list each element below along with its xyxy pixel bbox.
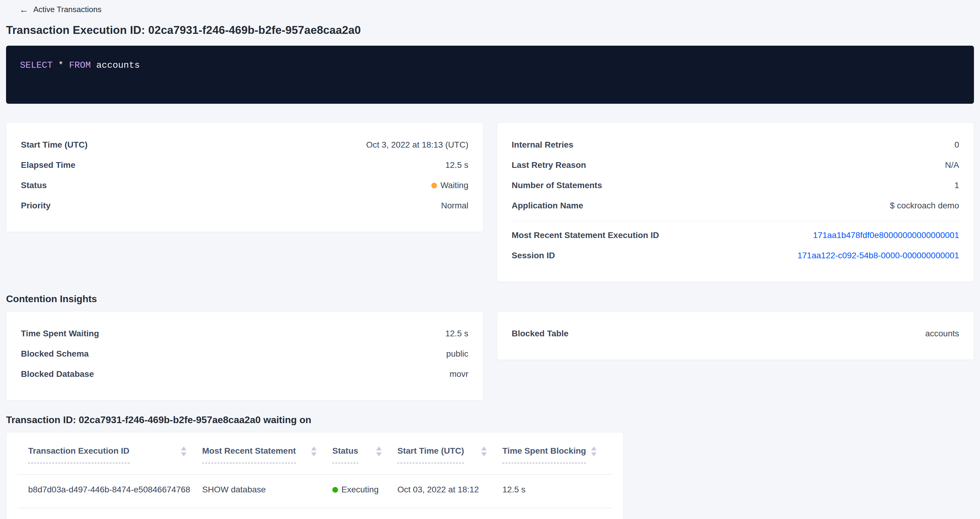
sort-icon[interactable] [311, 446, 317, 456]
sort-down-arrow-icon [481, 452, 487, 456]
kv-value: accounts [925, 329, 959, 338]
kv-row-elapsed-time: Elapsed Time 12.5 s [21, 155, 469, 175]
kv-label: Start Time (UTC) [21, 140, 88, 150]
kv-row-application-name: Application Name $ cockroach demo [512, 196, 959, 216]
status-text: Executing [341, 485, 379, 494]
kv-value: 0 [954, 140, 959, 150]
kv-row-blocked-schema: Blocked Schema public [21, 344, 469, 364]
kv-value: Normal [441, 201, 468, 211]
column-header-label[interactable]: Status [332, 446, 358, 463]
kv-label: Internal Retries [512, 140, 574, 150]
kv-value: public [446, 349, 468, 359]
kv-row-time-spent-waiting: Time Spent Waiting 12.5 s [21, 324, 469, 344]
waiting-transactions-table: Transaction Execution ID Most Recent Sta… [17, 433, 612, 508]
back-link-label: Active Transactions [33, 5, 102, 14]
sort-icon[interactable] [591, 446, 597, 456]
kv-value: $ cockroach demo [890, 201, 959, 211]
transaction-details-page: ← Active Transactions Transaction Execut… [0, 0, 980, 519]
sort-up-arrow-icon [181, 446, 186, 450]
kv-label: Session ID [512, 251, 555, 260]
kv-label: Blocked Database [21, 369, 94, 379]
column-header-label[interactable]: Start Time (UTC) [398, 446, 464, 463]
waiting-transactions-table-card: Transaction Execution ID Most Recent Sta… [6, 432, 624, 519]
sql-statement: SELECT * FROM accounts [20, 60, 140, 70]
kv-label: Priority [21, 201, 51, 211]
kv-label: Blocked Schema [21, 349, 89, 359]
kv-label: Number of Statements [512, 181, 602, 190]
kv-row-priority: Priority Normal [21, 196, 469, 216]
sort-up-arrow-icon [481, 446, 487, 450]
table-row: b8d7d03a-d497-446b-8474-e50846674768 SHO… [17, 475, 612, 508]
kv-row-session-id: Session ID 171aa122-c092-54b8-0000-00000… [512, 246, 959, 266]
status-value: Waiting [431, 181, 468, 190]
sql-statement-box: SELECT * FROM accounts [6, 46, 974, 104]
cell-start-time: Oct 03, 2022 at 18:12 [398, 475, 503, 508]
contention-cards-row: Time Spent Waiting 12.5 s Blocked Schema… [6, 311, 974, 400]
kv-value: movr [449, 369, 468, 379]
kv-row-number-of-statements: Number of Statements 1 [512, 175, 959, 196]
kv-row-internal-retries: Internal Retries 0 [512, 135, 959, 155]
status-text: Waiting [441, 181, 468, 190]
kv-label: Blocked Table [512, 329, 569, 338]
sort-down-arrow-icon [591, 452, 597, 456]
kv-label: Last Retry Reason [512, 160, 586, 170]
kv-value: 1 [954, 181, 959, 190]
kv-label: Status [21, 181, 47, 190]
kv-row-status: Status Waiting [21, 175, 469, 196]
sort-icon[interactable] [376, 446, 382, 456]
kv-row-start-time: Start Time (UTC) Oct 3, 2022 at 18:13 (U… [21, 135, 469, 155]
column-header-transaction-execution-id[interactable]: Transaction Execution ID [17, 446, 202, 474]
sort-up-arrow-icon [311, 446, 317, 450]
kv-value: 12.5 s [445, 160, 468, 170]
status-executing-dot-icon [332, 487, 338, 493]
kv-label: Application Name [512, 201, 583, 211]
kv-label: Most Recent Statement Execution ID [512, 230, 659, 240]
cell-status: Executing [332, 475, 398, 508]
contention-insights-heading: Contention Insights [6, 294, 974, 305]
column-header-start-time[interactable]: Start Time (UTC) [398, 446, 503, 474]
overview-summary-card: Start Time (UTC) Oct 3, 2022 at 18:13 (U… [6, 122, 483, 232]
sql-text: accounts [91, 60, 140, 70]
kv-label: Time Spent Waiting [21, 329, 99, 338]
cell-transaction-execution-id: b8d7d03a-d497-446b-8474-e50846674768 [17, 475, 202, 508]
table-header-row: Transaction Execution ID Most Recent Sta… [17, 433, 612, 475]
kv-row-blocked-table: Blocked Table accounts [512, 324, 959, 344]
sql-keyword: FROM [69, 60, 91, 70]
kv-row-statement-execution-id: Most Recent Statement Execution ID 171aa… [512, 225, 959, 246]
sort-up-arrow-icon [376, 446, 382, 450]
contention-blocked-table-card: Blocked Table accounts [497, 311, 974, 360]
sort-up-arrow-icon [591, 446, 597, 450]
cell-time-spent-blocking: 12.5 s [503, 475, 612, 508]
kv-label: Elapsed Time [21, 160, 75, 170]
column-header-label[interactable]: Time Spent Blocking [503, 446, 586, 463]
sort-down-arrow-icon [311, 452, 317, 456]
overview-details-card: Internal Retries 0 Last Retry Reason N/A… [497, 122, 974, 282]
cell-most-recent-statement: SHOW database [202, 475, 332, 508]
kv-row-blocked-database: Blocked Database movr [21, 364, 469, 384]
back-link[interactable]: ← Active Transactions [19, 5, 102, 14]
overview-cards-row: Start Time (UTC) Oct 3, 2022 at 18:13 (U… [6, 122, 974, 282]
kv-value: N/A [945, 160, 959, 170]
sql-keyword: SELECT [20, 60, 52, 70]
sort-down-arrow-icon [181, 452, 186, 456]
sql-text: * [52, 60, 69, 70]
column-header-status[interactable]: Status [332, 446, 398, 474]
sort-icon[interactable] [181, 446, 186, 456]
column-header-label[interactable]: Transaction Execution ID [28, 446, 129, 463]
waiting-on-heading: Transaction ID: 02ca7931-f246-469b-b2fe-… [6, 414, 974, 425]
kv-row-last-retry-reason: Last Retry Reason N/A [512, 155, 959, 175]
page-title: Transaction Execution ID: 02ca7931-f246-… [6, 24, 974, 37]
column-header-label[interactable]: Most Recent Statement [202, 446, 296, 463]
status-waiting-dot-icon [431, 183, 437, 189]
contention-waiting-card: Time Spent Waiting 12.5 s Blocked Schema… [6, 311, 483, 400]
back-arrow-icon: ← [19, 5, 29, 14]
statement-execution-id-link[interactable]: 171aa1b478fdf0e80000000000000001 [813, 230, 959, 240]
column-header-most-recent-statement[interactable]: Most Recent Statement [202, 446, 332, 474]
sort-down-arrow-icon [376, 452, 382, 456]
session-id-link[interactable]: 171aa122-c092-54b8-0000-000000000001 [797, 251, 959, 260]
kv-value: 12.5 s [445, 329, 468, 338]
sort-icon[interactable] [481, 446, 487, 456]
column-header-time-spent-blocking[interactable]: Time Spent Blocking [503, 446, 612, 474]
kv-value: Oct 3, 2022 at 18:13 (UTC) [366, 140, 469, 150]
